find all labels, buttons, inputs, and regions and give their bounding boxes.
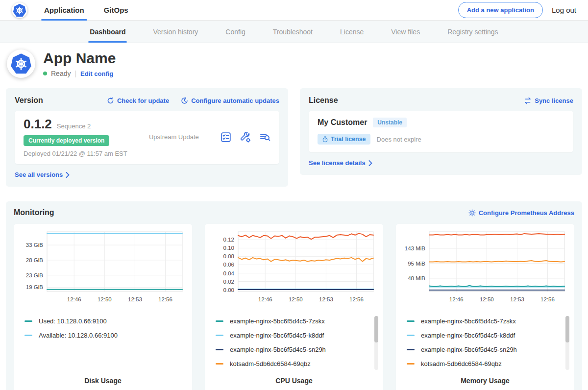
app-sub-nav: Dashboard Version history Config Trouble…	[0, 21, 588, 43]
legend-item[interactable]: Used: 10.128.0.66:9100	[24, 314, 186, 328]
svg-text:12:56: 12:56	[540, 296, 555, 302]
status-dot	[43, 72, 47, 75]
legend-swatch	[407, 363, 415, 365]
configure-automatic-updates-link[interactable]: Configure automatic updates	[181, 97, 279, 104]
legend-item[interactable]: example-nginx-5bc6f5d4c5-7zskx	[216, 314, 377, 328]
scrollbar-thumb[interactable]	[565, 316, 569, 342]
status-text: Ready	[51, 70, 71, 77]
svg-text:12:53: 12:53	[510, 296, 524, 302]
kubernetes-app-icon	[10, 53, 32, 74]
config-wrench-icon[interactable]	[240, 132, 251, 143]
svg-text:12:53: 12:53	[128, 296, 142, 302]
svg-text:0.10: 0.10	[223, 245, 234, 251]
clock-refresh-icon	[181, 97, 188, 104]
cards-row: Version Check for update	[6, 88, 582, 187]
svg-text:0.02: 0.02	[223, 279, 234, 285]
svg-text:0.08: 0.08	[223, 253, 234, 259]
legend-label: Used: 10.128.0.66:9100	[39, 317, 107, 325]
legend-scrollbar[interactable]	[565, 316, 569, 370]
legend-swatch	[24, 335, 32, 336]
disk-usage-legend: Used: 10.128.0.66:9100Available: 10.128.…	[24, 314, 186, 342]
sync-arrows-icon	[524, 97, 532, 104]
scrollbar-thumb[interactable]	[374, 316, 378, 342]
svg-text:0.06: 0.06	[223, 262, 234, 268]
sync-license-link[interactable]: Sync license	[524, 97, 573, 104]
app-header: App Name Ready | Edit config	[0, 43, 588, 86]
edit-config-link[interactable]: Edit config	[80, 70, 113, 77]
tab-gitops[interactable]: GitOps	[104, 0, 128, 21]
customer-name: My Customer	[318, 118, 367, 127]
legend-swatch	[216, 335, 223, 336]
legend-item[interactable]: example-nginx-5bc6f5d4c5-k8ddf	[407, 328, 568, 342]
chevron-right-icon	[66, 172, 70, 178]
tab-registry-settings[interactable]: Registry settings	[447, 21, 498, 43]
tab-application[interactable]: Application	[44, 0, 84, 21]
license-panel: My Customer Unstable Trial license	[309, 111, 573, 152]
legend-item[interactable]: example-nginx-5bc6f5d4c5-7zskx	[407, 314, 568, 328]
refresh-icon	[107, 97, 114, 104]
version-card: Version Check for update	[6, 88, 288, 187]
legend-item[interactable]: kotsadm-5db6dc6584-69qbz	[407, 357, 568, 371]
chart-title: Disk Usage	[14, 377, 192, 385]
chart-title: Memory Usage	[396, 377, 574, 385]
cpu-usage-chart-card: 0.000.020.040.060.080.100.1212:4612:5012…	[205, 224, 383, 390]
tab-version-history[interactable]: Version history	[153, 21, 198, 43]
tab-view-files[interactable]: View files	[391, 21, 420, 43]
svg-text:12:50: 12:50	[289, 296, 303, 302]
memory-usage-chart-card: 48 MiB95 MiB143 MiB12:4612:5012:5312:56 …	[396, 224, 574, 390]
legend-item[interactable]: example-nginx-5bc6f5d4c5-k8ddf	[216, 328, 377, 342]
deployed-timestamp: Deployed 01/21/22 @ 11:57 am EST	[24, 150, 127, 157]
tab-config[interactable]: Config	[225, 21, 245, 43]
configure-prometheus-link[interactable]: Configure Prometheus Address	[468, 209, 574, 217]
channel-badge: Unstable	[373, 118, 407, 127]
preflight-checklist-icon[interactable]	[220, 132, 231, 143]
add-application-button[interactable]: Add a new application	[458, 2, 543, 18]
version-number: 0.1.2	[24, 117, 52, 132]
svg-text:12:50: 12:50	[480, 296, 494, 302]
legend-item[interactable]: example-nginx-5bc6f5d4c5-sn29h	[216, 342, 377, 357]
license-card-title: License	[309, 96, 338, 105]
svg-text:0.04: 0.04	[223, 270, 235, 276]
legend-item[interactable]: Available: 10.128.0.66:9100	[24, 328, 186, 342]
legend-label: example-nginx-5bc6f5d4c5-7zskx	[421, 317, 516, 325]
legend-swatch	[216, 320, 223, 322]
legend-item[interactable]: example-nginx-5bc6f5d4c5-sn29h	[407, 342, 568, 357]
kubernetes-logo	[12, 2, 27, 18]
svg-text:33 GiB: 33 GiB	[26, 242, 43, 248]
monitoring-title: Monitoring	[14, 208, 54, 217]
stopwatch-icon	[322, 136, 328, 143]
tab-dashboard[interactable]: Dashboard	[90, 21, 125, 43]
logout-button[interactable]: Log out	[552, 6, 576, 14]
page-title: App Name	[43, 50, 116, 67]
cpu-usage-legend: example-nginx-5bc6f5d4c5-7zskxexample-ng…	[216, 314, 377, 371]
version-card-title: Version	[15, 96, 43, 105]
svg-text:12:46: 12:46	[258, 296, 272, 302]
license-card: License Sync license My Customer Unstabl…	[300, 88, 582, 175]
legend-swatch	[407, 349, 415, 350]
legend-item[interactable]: kotsadm-5db6dc6584-69qbz	[216, 357, 377, 371]
tab-troubleshoot[interactable]: Troubleshoot	[273, 21, 313, 43]
app-icon	[7, 49, 35, 78]
memory-usage-legend: example-nginx-5bc6f5d4c5-7zskxexample-ng…	[407, 314, 568, 371]
svg-text:95 MiB: 95 MiB	[408, 261, 425, 267]
gear-icon	[468, 209, 476, 217]
top-nav-right: Add a new application Log out	[458, 2, 576, 18]
disk-usage-chart-card: 19 GiB23 GiB28 GiB33 GiB12:4612:5012:531…	[14, 224, 192, 390]
top-nav-tabs: Application GitOps	[44, 0, 148, 21]
see-license-details-link[interactable]: See license details	[309, 159, 372, 167]
tab-license[interactable]: License	[340, 21, 364, 43]
see-all-versions-link[interactable]: See all versions	[15, 171, 70, 178]
check-for-update-link[interactable]: Check for update	[107, 97, 169, 104]
legend-label: example-nginx-5bc6f5d4c5-sn29h	[230, 346, 326, 353]
trial-license-badge: Trial license	[318, 134, 370, 145]
legend-label: Available: 10.128.0.66:9100	[39, 332, 118, 339]
svg-text:48 MiB: 48 MiB	[408, 275, 425, 281]
svg-text:12:46: 12:46	[449, 296, 464, 302]
legend-scrollbar[interactable]	[374, 316, 378, 370]
divider: |	[74, 70, 76, 77]
top-nav: Application GitOps Add a new application…	[0, 0, 588, 21]
view-diff-icon[interactable]	[260, 132, 270, 143]
svg-text:23 GiB: 23 GiB	[26, 272, 43, 278]
deployed-badge: Currently deployed version	[24, 135, 109, 146]
legend-label: example-nginx-5bc6f5d4c5-k8ddf	[421, 332, 515, 339]
